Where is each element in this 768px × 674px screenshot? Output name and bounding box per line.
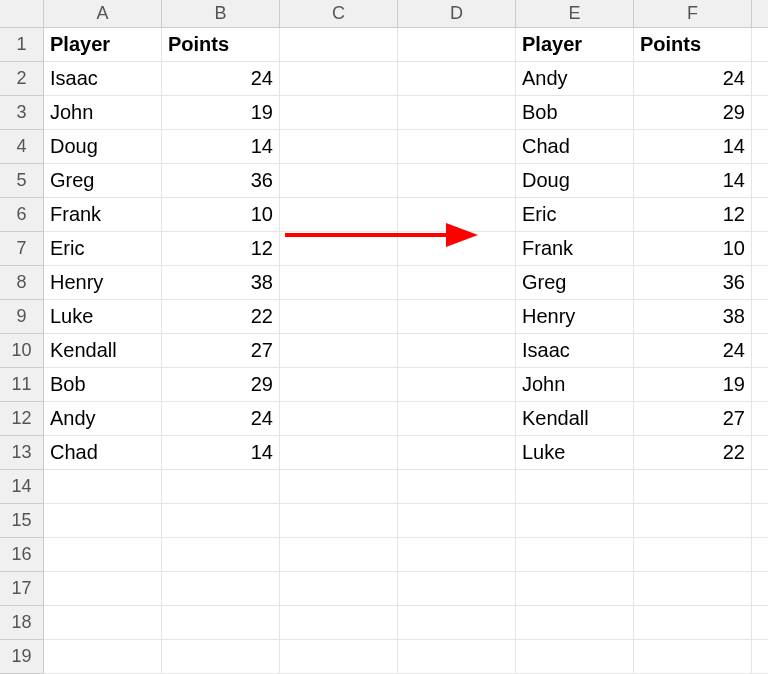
cell-E8[interactable]: Greg [516,266,634,300]
cell-B17[interactable] [162,572,280,606]
cell-D10[interactable] [398,334,516,368]
row-header-1[interactable]: 1 [0,28,44,62]
cell-extra-13[interactable] [752,436,768,470]
cell-F3[interactable]: 29 [634,96,752,130]
cell-A11[interactable]: Bob [44,368,162,402]
cell-D1[interactable] [398,28,516,62]
cell-B9[interactable]: 22 [162,300,280,334]
cell-extra-15[interactable] [752,504,768,538]
cell-B15[interactable] [162,504,280,538]
cell-C11[interactable] [280,368,398,402]
cell-D17[interactable] [398,572,516,606]
cell-B2[interactable]: 24 [162,62,280,96]
cell-F16[interactable] [634,538,752,572]
cell-E12[interactable]: Kendall [516,402,634,436]
row-header-17[interactable]: 17 [0,572,44,606]
row-header-15[interactable]: 15 [0,504,44,538]
cell-extra-1[interactable] [752,28,768,62]
row-header-18[interactable]: 18 [0,606,44,640]
cell-A19[interactable] [44,640,162,674]
cell-D7[interactable] [398,232,516,266]
cell-D12[interactable] [398,402,516,436]
col-header-D[interactable]: D [398,0,516,28]
cell-E5[interactable]: Doug [516,164,634,198]
cell-E1[interactable]: Player [516,28,634,62]
cell-E17[interactable] [516,572,634,606]
cell-A10[interactable]: Kendall [44,334,162,368]
cell-B4[interactable]: 14 [162,130,280,164]
cell-C15[interactable] [280,504,398,538]
cell-D8[interactable] [398,266,516,300]
cell-C5[interactable] [280,164,398,198]
cell-D11[interactable] [398,368,516,402]
cell-E2[interactable]: Andy [516,62,634,96]
cell-D6[interactable] [398,198,516,232]
cell-F11[interactable]: 19 [634,368,752,402]
cell-B10[interactable]: 27 [162,334,280,368]
cell-F6[interactable]: 12 [634,198,752,232]
cell-C13[interactable] [280,436,398,470]
cell-extra-5[interactable] [752,164,768,198]
cell-C6[interactable] [280,198,398,232]
cell-F10[interactable]: 24 [634,334,752,368]
cell-A12[interactable]: Andy [44,402,162,436]
cell-A17[interactable] [44,572,162,606]
cell-F17[interactable] [634,572,752,606]
col-header-F[interactable]: F [634,0,752,28]
cell-extra-16[interactable] [752,538,768,572]
cell-extra-9[interactable] [752,300,768,334]
cell-D13[interactable] [398,436,516,470]
cell-D14[interactable] [398,470,516,504]
cell-E7[interactable]: Frank [516,232,634,266]
cell-extra-8[interactable] [752,266,768,300]
cell-A13[interactable]: Chad [44,436,162,470]
cell-extra-14[interactable] [752,470,768,504]
row-header-13[interactable]: 13 [0,436,44,470]
cell-B1[interactable]: Points [162,28,280,62]
cell-F18[interactable] [634,606,752,640]
cell-B14[interactable] [162,470,280,504]
cell-F15[interactable] [634,504,752,538]
cell-B16[interactable] [162,538,280,572]
cell-A14[interactable] [44,470,162,504]
cell-B11[interactable]: 29 [162,368,280,402]
cell-B18[interactable] [162,606,280,640]
cell-D9[interactable] [398,300,516,334]
cell-D19[interactable] [398,640,516,674]
cell-B6[interactable]: 10 [162,198,280,232]
cell-F4[interactable]: 14 [634,130,752,164]
col-header-B[interactable]: B [162,0,280,28]
cell-C17[interactable] [280,572,398,606]
row-header-6[interactable]: 6 [0,198,44,232]
row-header-14[interactable]: 14 [0,470,44,504]
cell-D16[interactable] [398,538,516,572]
cell-C2[interactable] [280,62,398,96]
row-header-10[interactable]: 10 [0,334,44,368]
row-header-16[interactable]: 16 [0,538,44,572]
cell-F1[interactable]: Points [634,28,752,62]
cell-F14[interactable] [634,470,752,504]
cell-F19[interactable] [634,640,752,674]
cell-E15[interactable] [516,504,634,538]
cell-A15[interactable] [44,504,162,538]
row-header-7[interactable]: 7 [0,232,44,266]
cell-E14[interactable] [516,470,634,504]
col-header-C[interactable]: C [280,0,398,28]
col-header-E[interactable]: E [516,0,634,28]
row-header-9[interactable]: 9 [0,300,44,334]
cell-A5[interactable]: Greg [44,164,162,198]
cell-C1[interactable] [280,28,398,62]
cell-E13[interactable]: Luke [516,436,634,470]
cell-F2[interactable]: 24 [634,62,752,96]
cell-extra-3[interactable] [752,96,768,130]
cell-C12[interactable] [280,402,398,436]
cell-D4[interactable] [398,130,516,164]
col-header-A[interactable]: A [44,0,162,28]
cell-B3[interactable]: 19 [162,96,280,130]
cell-C14[interactable] [280,470,398,504]
cell-E6[interactable]: Eric [516,198,634,232]
cell-A6[interactable]: Frank [44,198,162,232]
cell-F7[interactable]: 10 [634,232,752,266]
cell-D3[interactable] [398,96,516,130]
cell-extra-11[interactable] [752,368,768,402]
